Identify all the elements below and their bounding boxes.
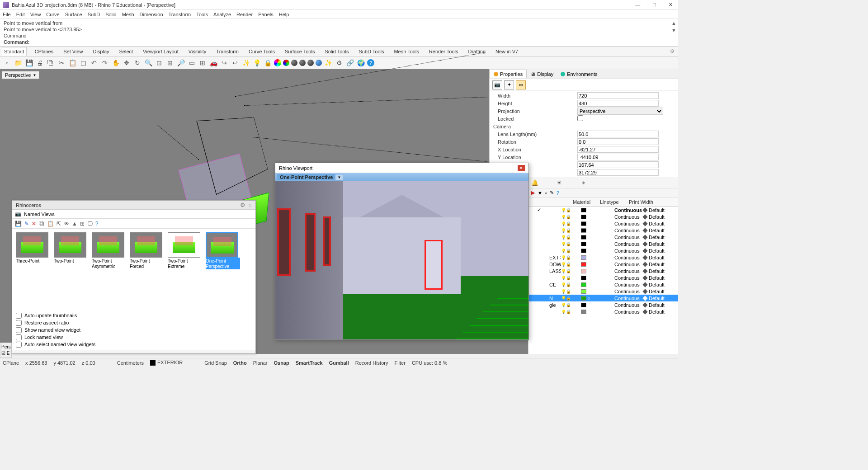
layer-row[interactable]: 💡🔒ContinuousDefault <box>528 213 678 220</box>
zoom-extents-icon[interactable]: ⊡ <box>155 58 164 67</box>
eye-icon[interactable]: 👁 <box>64 221 69 227</box>
nv-tab-label[interactable]: Named Views <box>24 212 55 217</box>
close-button[interactable]: ✕ <box>666 2 675 8</box>
menu-mesh[interactable]: Mesh <box>122 12 134 17</box>
prop-lens-input[interactable] <box>577 131 659 137</box>
lock-icon[interactable]: 🔒 <box>263 58 272 67</box>
menu-tools[interactable]: Tools <box>196 12 208 17</box>
nv-help-icon[interactable]: ? <box>95 221 99 227</box>
zoom-icon[interactable]: 🔍 <box>144 58 153 67</box>
status-ortho[interactable]: Ortho <box>233 360 247 366</box>
nv-option[interactable]: Auto-update thumbnails <box>16 312 252 319</box>
viewport-four-icon[interactable]: ⊞ <box>198 58 207 67</box>
keyframe-icon[interactable]: ✦ <box>504 80 514 89</box>
gear-icon[interactable]: ⚙ <box>668 47 676 56</box>
paste-view-icon[interactable]: 📋 <box>47 221 54 227</box>
menu-view[interactable]: View <box>30 12 41 17</box>
status-cplane[interactable]: CPlane <box>3 360 19 366</box>
col-linetype[interactable]: Linetype <box>598 199 627 205</box>
prop-yloc-input[interactable] <box>577 154 659 160</box>
prop-projection-select[interactable]: Perspective <box>577 108 663 115</box>
copy-view-icon[interactable]: ⿻ <box>39 221 44 227</box>
layer-row[interactable]: 💡🔒ContinuousDefault <box>528 234 678 240</box>
rhino-viewport-window[interactable]: Rhino Viewport ✕ One-Point Perspective ▼ <box>275 163 529 340</box>
move-icon[interactable]: ✥ <box>122 58 131 67</box>
nv-option[interactable]: Restore aspect ratio <box>16 319 252 326</box>
tab-cplanes[interactable]: CPlanes <box>33 47 56 56</box>
new-file-icon[interactable]: ▫ <box>3 58 12 67</box>
status-planar[interactable]: Planar <box>253 360 268 366</box>
up-icon[interactable]: ▲ <box>72 221 77 227</box>
sphere3-icon[interactable] <box>307 60 314 66</box>
minimize-button[interactable]: — <box>632 2 643 8</box>
status-gumball[interactable]: Gumball <box>329 360 349 366</box>
scope-icon[interactable]: ⌖ <box>582 179 589 187</box>
named-view-thumb[interactable]: Two-Point Extreme <box>168 232 202 306</box>
named-view-thumb[interactable]: Three-Point <box>16 232 50 306</box>
named-view-thumb[interactable]: Two-Point Forced <box>130 232 164 306</box>
layer-row[interactable]: 💡🔒ContinuousDefault <box>528 240 678 247</box>
tab-setview[interactable]: Set View <box>61 47 85 56</box>
sphere-icon[interactable] <box>291 60 297 66</box>
panel-tab-environments[interactable]: Environments <box>557 70 601 78</box>
prop-extra1-input[interactable] <box>577 161 659 168</box>
status-smarttrack[interactable]: SmartTrack <box>296 360 323 366</box>
rgb-icon[interactable] <box>283 60 289 66</box>
layer-row[interactable]: 💡🔒ContinuousDefault <box>528 288 678 295</box>
sun-icon[interactable]: ☀ <box>557 179 564 187</box>
scroll-up-icon[interactable]: ▲ <box>671 20 676 26</box>
maximize-button[interactable]: □ <box>650 2 659 8</box>
help-icon[interactable]: ? <box>367 59 374 66</box>
menu-subd[interactable]: SubD <box>88 12 100 17</box>
arrow-back-icon[interactable]: ↩ <box>231 58 240 67</box>
viewport-single-icon[interactable]: ▭ <box>187 58 196 67</box>
menu-panels[interactable]: Panels <box>258 12 274 17</box>
pan-icon[interactable]: ✋ <box>111 58 120 67</box>
chevron-down-icon[interactable]: ▼ <box>33 73 36 77</box>
rhino-vp-dropdown-icon[interactable]: ▼ <box>335 175 343 180</box>
rhino-vp-render[interactable] <box>275 181 528 339</box>
tab-drafting[interactable]: Drafting <box>467 47 488 56</box>
tab-viewportlayout[interactable]: Viewport Layout <box>141 47 180 56</box>
tab-solidtools[interactable]: Solid Tools <box>323 47 350 56</box>
prop-locked-checkbox[interactable] <box>577 115 583 121</box>
menu-curve[interactable]: Curve <box>46 12 59 17</box>
bulb-icon[interactable]: 💡 <box>252 58 261 67</box>
wand-icon[interactable]: ✨ <box>324 58 333 67</box>
prop-width-input[interactable] <box>577 92 659 99</box>
gear-icon[interactable]: ⚙ <box>240 202 245 208</box>
tab-surfacetools[interactable]: Surface Tools <box>283 47 316 56</box>
edit-icon[interactable]: ✎ <box>550 190 554 196</box>
menu-transform[interactable]: Transform <box>169 12 191 17</box>
nv-option[interactable]: Auto-select named view widgets <box>16 341 252 348</box>
grid-icon[interactable]: ⊞ <box>80 221 85 227</box>
menu-edit[interactable]: Edit <box>16 12 25 17</box>
import-view-icon[interactable]: ⇱ <box>57 221 61 227</box>
earth-icon[interactable]: 🌍 <box>356 58 365 67</box>
panel-tab-properties[interactable]: Properties <box>490 70 527 78</box>
edit-view-icon[interactable]: ✎ <box>24 221 29 227</box>
tab-curvetools[interactable]: Curve Tools <box>247 47 277 56</box>
status-osnap[interactable]: Osnap <box>274 360 289 366</box>
delete-view-icon[interactable]: ✕ <box>32 221 36 227</box>
status-filter[interactable]: Filter <box>394 360 405 366</box>
tab-newinv7[interactable]: New in V7 <box>494 47 520 56</box>
menu-dimension[interactable]: Dimension <box>140 12 163 17</box>
print-icon[interactable]: 🖨 <box>35 58 44 67</box>
layer-row[interactable]: 💡🔒ContinuousDefault <box>528 220 678 227</box>
save-view-icon[interactable]: 💾 <box>15 221 22 227</box>
viewport-name-label[interactable]: Perspective ▼ <box>2 71 39 79</box>
play-icon[interactable]: ▶ <box>531 190 535 196</box>
object-icon[interactable]: ▢ <box>79 58 88 67</box>
tab-subdtools[interactable]: SubD Tools <box>357 47 386 56</box>
light-icon[interactable]: ✨ <box>241 58 250 67</box>
color-wheel-icon[interactable] <box>274 59 281 66</box>
tab-standard[interactable]: Standard <box>2 47 27 56</box>
status-recordhistory[interactable]: Record History <box>355 360 388 366</box>
prop-rotation-input[interactable] <box>577 138 659 145</box>
status-gridsnap[interactable]: Grid Snap <box>204 360 227 366</box>
cut-icon[interactable]: ✂ <box>57 58 66 67</box>
tab-transform[interactable]: Transform <box>214 47 241 56</box>
scroll-down-icon[interactable]: ▼ <box>671 27 676 33</box>
layer-row[interactable]: gle💡🔒ContinuousDefault <box>528 301 678 308</box>
